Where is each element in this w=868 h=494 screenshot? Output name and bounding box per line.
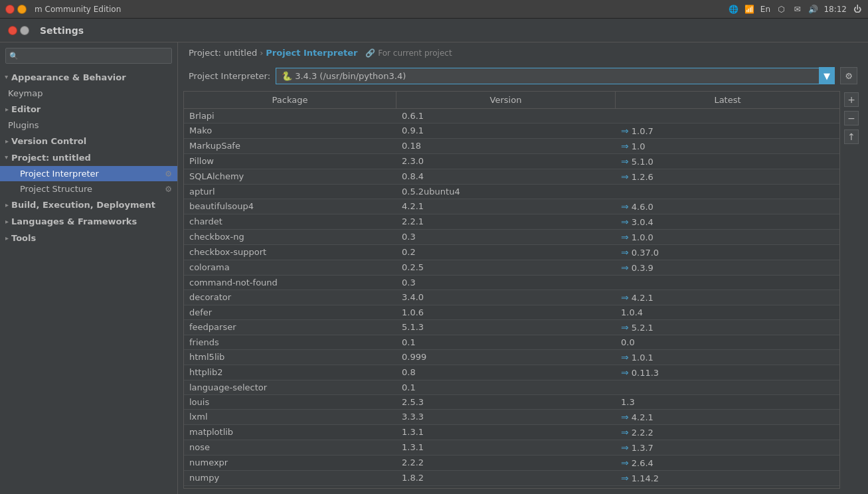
add-package-button[interactable]: + [844, 92, 859, 107]
breadcrumb-note: 🔗 For current project [365, 48, 452, 58]
package-latest: ⇒5.1.0 [616, 154, 839, 169]
settings-window: Settings 🔍 ▸Appearance & BehaviorKeymap▸… [0, 19, 868, 494]
expand-arrow: ▸ [5, 106, 9, 113]
latest-version: 1.0.1 [632, 353, 653, 363]
package-version: 3.4.0 [396, 290, 616, 305]
search-box[interactable]: 🔍 [5, 48, 172, 64]
app-title: m Community Edition [35, 5, 121, 14]
package-latest: ⇒0.3.9 [616, 260, 839, 275]
sidebar-item-editor[interactable]: ▸Editor [0, 101, 177, 118]
dialog-min-button[interactable] [20, 26, 29, 35]
search-input[interactable] [5, 48, 172, 64]
sidebar-item-version-control[interactable]: ▸Version Control [0, 133, 177, 149]
table-row[interactable]: louis2.5.31.3 [184, 395, 839, 410]
window-controls[interactable] [5, 5, 27, 14]
package-name: defer [184, 305, 396, 319]
package-version: 0.9.1 [396, 124, 616, 138]
package-version: 1.3.1 [396, 425, 616, 440]
package-name: matplotlib [184, 425, 396, 440]
table-row[interactable]: MarkupSafe0.18⇒1.0 [184, 139, 839, 154]
package-latest: ⇒0.37.0 [616, 245, 839, 260]
interpreter-row: Project Interpreter: 🐍 3.4.3 (/usr/bin/p… [178, 63, 868, 91]
package-name: chardet [184, 214, 396, 229]
package-name: command-not-found [184, 276, 396, 289]
table-row[interactable]: matplotlib1.3.1⇒2.2.2 [184, 425, 839, 440]
table-row[interactable]: nose1.3.1⇒1.3.7 [184, 440, 839, 455]
sidebar-item-label: Project Structure [20, 184, 92, 194]
dialog-close-button[interactable] [8, 26, 17, 35]
sidebar-item-appearance[interactable]: ▸Appearance & Behavior [0, 69, 177, 86]
table-row[interactable]: Brlapi0.6.1 [184, 109, 839, 124]
interpreter-dropdown-button[interactable]: ▼ [819, 67, 835, 84]
upgrade-arrow-icon: ⇒ [621, 247, 629, 258]
sidebar-item-label: Build, Execution, Deployment [11, 200, 155, 210]
upgrade-arrow-icon: ⇒ [621, 141, 629, 151]
package-version: 0.5.2ubuntu4 [396, 185, 616, 199]
sidebar-item-plugins[interactable]: Plugins [0, 118, 177, 133]
package-name: MarkupSafe [184, 139, 396, 153]
table-row[interactable]: command-not-found0.3 [184, 276, 839, 290]
col-latest: Latest [616, 92, 839, 108]
package-name: nose [184, 440, 396, 455]
table-row[interactable]: html5lib0.999⇒1.0.1 [184, 350, 839, 365]
sidebar-item-languages-frameworks[interactable]: ▸Languages & Frameworks [0, 213, 177, 230]
close-button[interactable] [5, 5, 15, 14]
table-row[interactable]: httplib20.8⇒0.11.3 [184, 365, 839, 380]
table-row[interactable]: friends0.10.0 [184, 335, 839, 350]
package-name: checkbox-support [184, 245, 396, 260]
table-row[interactable]: SQLAlchemy0.8.4⇒1.2.6 [184, 169, 839, 185]
table-row[interactable]: Mako0.9.1⇒1.0.7 [184, 124, 839, 139]
table-row[interactable]: checkbox-ng0.3⇒1.0.0 [184, 230, 839, 245]
table-row[interactable]: lxml3.3.3⇒4.2.1 [184, 410, 839, 425]
upgrade-package-button[interactable]: ↑ [844, 129, 859, 144]
table-row[interactable]: checkbox-support0.2⇒0.37.0 [184, 245, 839, 260]
latest-version: 3.0.4 [632, 217, 653, 227]
dialog-controls[interactable] [8, 26, 29, 35]
table-row[interactable]: numpy1.8.2⇒1.14.2 [184, 471, 839, 486]
settings-header: Settings [0, 19, 868, 42]
sidebar-item-tools[interactable]: ▸Tools [0, 230, 177, 246]
package-latest: ⇒1.2.6 [616, 169, 839, 184]
table-row[interactable]: defer1.0.61.0.4 [184, 305, 839, 320]
table-row[interactable]: colorama0.2.5⇒0.3.9 [184, 260, 839, 276]
minimize-button[interactable] [17, 5, 27, 14]
upgrade-arrow-icon: ⇒ [621, 156, 629, 167]
table-row[interactable]: oauthlib0.6.1⇒2.0.7 [184, 486, 839, 488]
col-version: Version [396, 92, 616, 108]
package-latest: ⇒4.2.1 [616, 290, 839, 305]
package-name: numpy [184, 471, 396, 485]
bluetooth-icon: ⬡ [776, 4, 786, 15]
table-row[interactable]: decorator3.4.0⇒4.2.1 [184, 290, 839, 305]
table-row[interactable]: language-selector0.1 [184, 380, 839, 395]
remove-package-button[interactable]: − [844, 111, 859, 125]
upgrade-arrow-icon: ⇒ [621, 442, 629, 453]
sidebar-item-keymap[interactable]: Keymap [0, 86, 177, 101]
package-name: checkbox-ng [184, 230, 396, 244]
package-name: Mako [184, 124, 396, 138]
expand-arrow: ▸ [3, 156, 11, 159]
package-name: beautifulsoup4 [184, 199, 396, 214]
sidebar-item-label: Tools [11, 233, 36, 243]
table-row[interactable]: feedparser5.1.3⇒5.2.1 [184, 320, 839, 335]
table-row[interactable]: Pillow2.3.0⇒5.1.0 [184, 154, 839, 169]
package-version: 4.2.1 [396, 199, 616, 214]
sidebar-item-label: Keymap [8, 88, 43, 98]
table-row[interactable]: chardet2.2.1⇒3.0.4 [184, 214, 839, 230]
package-latest: ⇒3.0.4 [616, 214, 839, 229]
chrome-icon: 🌐 [728, 4, 738, 15]
system-tray: 🌐 📶 En ⬡ ✉ 🔊 18:12 ⏻ [728, 4, 863, 15]
table-row[interactable]: numexpr2.2.2⇒2.6.4 [184, 455, 839, 471]
nav-container: ▸Appearance & BehaviorKeymap▸EditorPlugi… [0, 69, 177, 246]
table-row[interactable]: apturl0.5.2ubuntu4 [184, 185, 839, 199]
sidebar-item-project-structure[interactable]: Project Structure⚙ [0, 181, 177, 197]
sidebar-item-build-execution[interactable]: ▸Build, Execution, Deployment [0, 197, 177, 213]
package-version: 0.8.4 [396, 169, 616, 184]
col-package: Package [184, 92, 396, 108]
package-version: 0.18 [396, 139, 616, 153]
sidebar-item-project-interpreter[interactable]: Project Interpreter⚙ [0, 166, 177, 181]
table-row[interactable]: beautifulsoup44.2.1⇒4.6.0 [184, 199, 839, 214]
interpreter-gear-button[interactable]: ⚙ [840, 67, 857, 84]
sidebar-item-project-untitled[interactable]: ▸Project: untitled [0, 149, 177, 166]
package-latest: ⇒4.2.1 [616, 410, 839, 424]
expand-arrow: ▸ [5, 137, 9, 145]
